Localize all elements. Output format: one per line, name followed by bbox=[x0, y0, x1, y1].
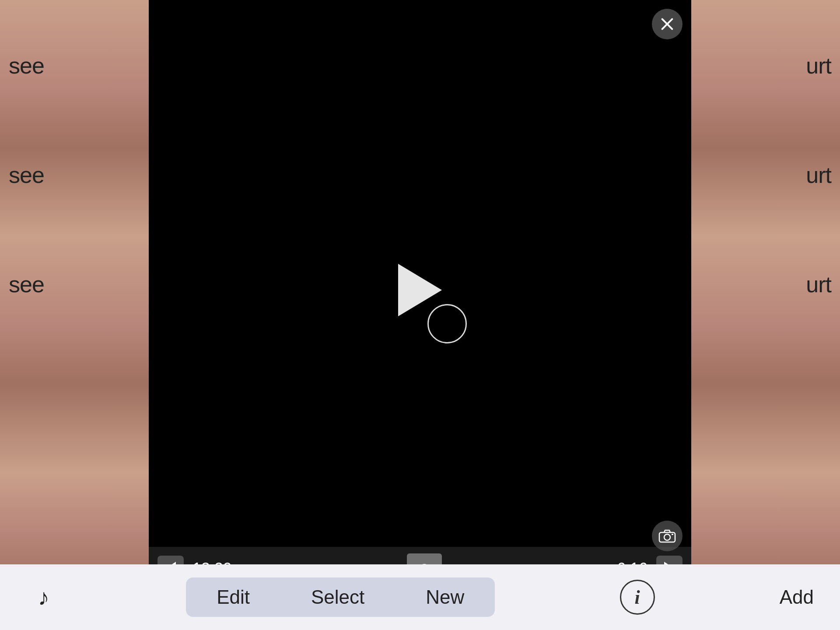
side-text-left-2: see bbox=[9, 162, 44, 188]
select-button[interactable]: Select bbox=[280, 578, 395, 617]
circle-indicator bbox=[427, 304, 467, 343]
close-button[interactable] bbox=[652, 9, 682, 39]
music-section[interactable]: ♪ bbox=[26, 584, 61, 610]
bottom-toolbar: ♪ Edit Select New i Add bbox=[0, 564, 840, 630]
side-text-right-1: urt bbox=[806, 52, 831, 79]
video-player[interactable]: 13.29 6.16 bbox=[149, 0, 691, 591]
side-text-right-2: urt bbox=[806, 162, 831, 188]
screenshot-button[interactable] bbox=[652, 521, 682, 551]
side-text-left-1: see bbox=[9, 52, 44, 79]
svg-point-1 bbox=[664, 534, 670, 540]
svg-rect-2 bbox=[672, 534, 673, 535]
new-button[interactable]: New bbox=[395, 578, 495, 617]
info-button[interactable]: i bbox=[620, 580, 655, 615]
side-text-right-3: urt bbox=[806, 271, 831, 298]
add-button[interactable]: Add bbox=[780, 586, 814, 608]
camera-icon bbox=[658, 529, 676, 543]
side-text-left-3: see bbox=[9, 271, 44, 298]
edit-button[interactable]: Edit bbox=[186, 578, 280, 617]
toolbar-center: Edit Select New bbox=[186, 578, 495, 617]
music-icon[interactable]: ♪ bbox=[38, 584, 49, 610]
